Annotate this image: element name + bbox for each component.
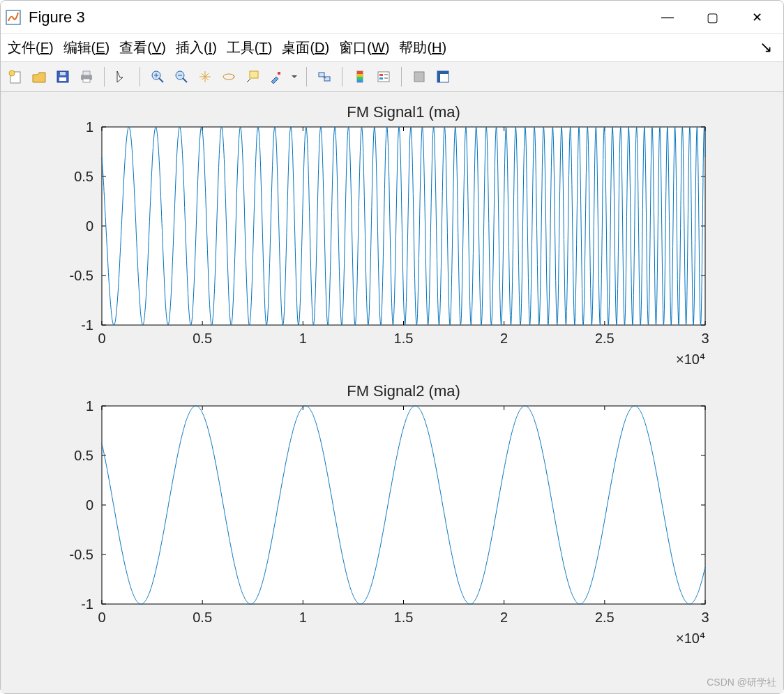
title-bar[interactable]: Figure 3 — ▢ ✕	[1, 1, 783, 34]
svg-text:1: 1	[86, 119, 93, 135]
svg-rect-25	[357, 80, 363, 82]
svg-text:-0.5: -0.5	[70, 268, 93, 283]
svg-text:1: 1	[86, 398, 93, 414]
menu-file[interactable]: 文件(F)	[8, 38, 54, 57]
svg-rect-7	[83, 71, 90, 75]
dock-arrow-icon[interactable]: ↘	[760, 38, 776, 56]
matlab-icon	[5, 9, 22, 26]
menu-bar: 文件(F) 编辑(E) 查看(V) 插入(I) 工具(T) 桌面(D) 窗口(W…	[1, 34, 783, 62]
link-plots-button[interactable]	[314, 66, 335, 87]
rotate-3d-button[interactable]	[218, 66, 239, 87]
svg-text:1.5: 1.5	[394, 331, 414, 346]
svg-rect-8	[83, 79, 90, 82]
svg-text:1: 1	[299, 610, 307, 625]
toolbar-separator	[342, 67, 342, 86]
svg-rect-75	[102, 406, 705, 604]
close-button[interactable]: ✕	[734, 1, 779, 34]
svg-text:FM Signal1 (ma): FM Signal1 (ma)	[347, 103, 460, 121]
toolbar-separator	[140, 67, 140, 86]
toolbar	[1, 62, 783, 92]
save-button[interactable]	[52, 66, 73, 87]
svg-text:2.5: 2.5	[595, 610, 615, 625]
minimize-button[interactable]: —	[645, 1, 690, 34]
svg-rect-17	[250, 71, 258, 78]
toolbar-separator	[401, 67, 402, 86]
menu-view[interactable]: 查看(V)	[119, 38, 166, 57]
insert-legend-button[interactable]	[373, 66, 394, 87]
svg-text:1.5: 1.5	[394, 610, 414, 625]
svg-text:0: 0	[98, 331, 105, 346]
figure-area[interactable]: FM Signal1 (ma)-1-0.500.5100.511.522.53×…	[1, 92, 783, 693]
insert-colorbar-button[interactable]	[349, 66, 370, 87]
minimize-icon: —	[661, 10, 674, 24]
menu-desktop[interactable]: 桌面(D)	[282, 38, 329, 57]
svg-text:-0.5: -0.5	[70, 547, 93, 562]
svg-point-16	[223, 74, 234, 80]
svg-text:0.5: 0.5	[193, 331, 212, 346]
svg-text:3: 3	[701, 331, 709, 346]
svg-text:×10⁴: ×10⁴	[676, 352, 705, 367]
svg-rect-18	[278, 72, 280, 75]
menu-edit[interactable]: 编辑(E)	[63, 38, 110, 57]
svg-text:0: 0	[86, 497, 93, 513]
watermark: CSDN @研学社	[707, 677, 776, 689]
menu-window[interactable]: 窗口(W)	[339, 38, 389, 57]
maximize-button[interactable]: ▢	[690, 1, 734, 34]
svg-rect-5	[60, 72, 66, 75]
svg-line-14	[183, 78, 187, 82]
svg-text:1: 1	[299, 331, 307, 346]
svg-text:FM Signal2 (ma): FM Signal2 (ma)	[347, 382, 460, 400]
svg-text:2: 2	[500, 331, 508, 346]
svg-point-2	[9, 70, 15, 76]
data-cursor-button[interactable]	[242, 66, 263, 87]
svg-text:0.5: 0.5	[74, 448, 93, 463]
toolbar-separator	[104, 67, 105, 86]
zoom-in-button[interactable]	[147, 66, 168, 87]
brush-button[interactable]	[266, 66, 287, 87]
menu-tools[interactable]: 工具(T)	[227, 38, 273, 57]
menu-help[interactable]: 帮助(H)	[399, 38, 446, 57]
svg-text:0.5: 0.5	[74, 169, 93, 184]
menu-insert[interactable]: 插入(I)	[176, 38, 217, 57]
svg-rect-28	[379, 77, 383, 80]
zoom-out-button[interactable]	[171, 66, 192, 87]
close-icon: ✕	[752, 10, 762, 25]
brush-dropdown-button[interactable]	[289, 66, 299, 87]
svg-text:0: 0	[98, 610, 105, 625]
svg-text:0.5: 0.5	[193, 610, 212, 625]
print-button[interactable]	[76, 66, 97, 87]
svg-text:2: 2	[500, 610, 508, 625]
svg-rect-27	[379, 74, 383, 76]
hide-plot-tools-button[interactable]	[409, 66, 430, 87]
svg-text:×10⁴: ×10⁴	[676, 631, 705, 646]
svg-rect-31	[414, 72, 424, 82]
pan-button[interactable]	[195, 66, 216, 87]
svg-rect-34	[437, 71, 440, 82]
svg-text:2.5: 2.5	[595, 331, 615, 346]
svg-text:3: 3	[701, 610, 709, 625]
new-figure-button[interactable]	[5, 66, 26, 87]
edit-plot-button[interactable]	[112, 66, 133, 87]
open-button[interactable]	[29, 66, 50, 87]
svg-rect-4	[59, 77, 66, 81]
svg-rect-22	[357, 71, 363, 74]
svg-rect-23	[357, 74, 363, 77]
figure-svg: FM Signal1 (ma)-1-0.500.5100.511.522.53×…	[1, 92, 783, 693]
svg-text:-1: -1	[81, 317, 93, 333]
svg-line-10	[159, 78, 163, 82]
svg-text:-1: -1	[81, 596, 93, 612]
svg-rect-20	[324, 77, 330, 81]
svg-rect-26	[378, 72, 389, 82]
window-controls: — ▢ ✕	[645, 1, 779, 34]
show-plot-tools-button[interactable]	[432, 66, 453, 87]
svg-rect-24	[357, 77, 363, 80]
svg-text:0: 0	[86, 218, 93, 234]
window-title: Figure 3	[29, 8, 85, 27]
svg-rect-19	[319, 73, 324, 77]
figure-window: Figure 3 — ▢ ✕ 文件(F) 编辑(E) 查看(V) 插入(I) 工…	[0, 0, 784, 694]
toolbar-separator	[306, 67, 307, 86]
maximize-icon: ▢	[707, 10, 718, 25]
